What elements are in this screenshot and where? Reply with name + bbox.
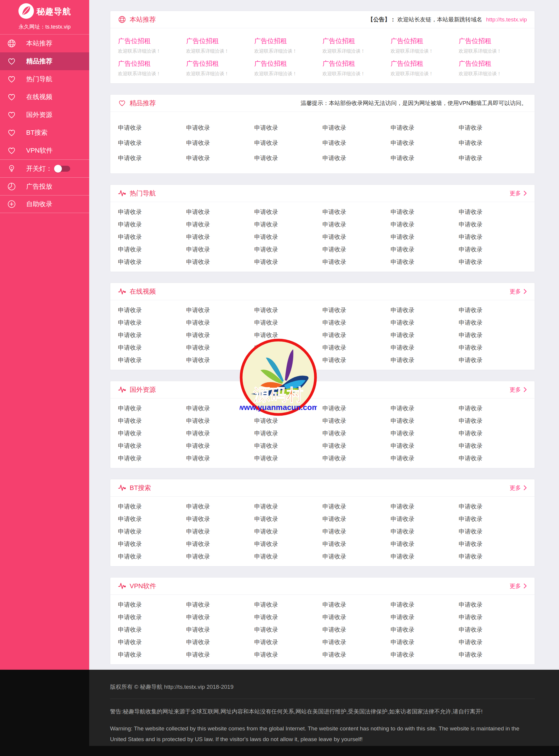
more-link[interactable]: 更多 [510, 190, 527, 197]
site-link[interactable]: 申请收录 [459, 611, 527, 623]
logo[interactable]: 秘趣导航 [0, 3, 89, 20]
site-link[interactable]: 申请收录 [118, 402, 186, 414]
site-link[interactable]: 申请收录 [391, 151, 459, 166]
site-link[interactable]: 申请收录 [322, 304, 391, 316]
more-link[interactable]: 更多 [510, 582, 527, 590]
site-link[interactable]: 申请收录 [322, 135, 391, 151]
site-link[interactable]: 申请收录 [186, 135, 254, 151]
site-link[interactable]: 申请收录 [391, 648, 459, 661]
site-link[interactable]: 申请收录 [186, 218, 254, 231]
site-link[interactable]: 申请收录 [118, 256, 186, 268]
site-link[interactable]: 申请收录 [254, 414, 322, 427]
site-link[interactable]: 申请收录 [459, 256, 527, 268]
sidebar-item-bt-search[interactable]: BT搜索 [0, 124, 89, 142]
sidebar-item-self-submit[interactable]: 自助收录 [0, 195, 89, 213]
site-link[interactable]: 申请收录 [254, 316, 322, 329]
site-link[interactable]: 申请收录 [459, 316, 527, 329]
site-link[interactable]: 申请收录 [459, 623, 527, 636]
ad-slot[interactable]: 广告位招租欢迎联系详细洽谈！ [118, 33, 186, 56]
site-link[interactable]: 申请收录 [186, 414, 254, 427]
site-link[interactable]: 申请收录 [186, 525, 254, 538]
site-link[interactable]: 申请收录 [322, 354, 391, 366]
site-link[interactable]: 申请收录 [391, 414, 459, 427]
site-link[interactable]: 申请收录 [322, 439, 391, 452]
ad-slot[interactable]: 广告位招租欢迎联系详细洽谈！ [322, 56, 391, 78]
site-link[interactable]: 申请收录 [254, 623, 322, 636]
site-link[interactable]: 申请收录 [118, 231, 186, 243]
site-link[interactable]: 申请收录 [459, 231, 527, 243]
site-link[interactable]: 申请收录 [186, 452, 254, 465]
ad-slot[interactable]: 广告位招租欢迎联系详细洽谈！ [459, 33, 527, 56]
site-link[interactable]: 申请收录 [186, 402, 254, 414]
site-link[interactable]: 申请收录 [118, 243, 186, 256]
site-link[interactable]: 申请收录 [186, 439, 254, 452]
site-link[interactable]: 申请收录 [118, 427, 186, 439]
site-link[interactable]: 申请收录 [459, 550, 527, 563]
sidebar-item-featured[interactable]: 精品推荐 [0, 52, 89, 70]
site-link[interactable]: 申请收录 [391, 316, 459, 329]
site-link[interactable]: 申请收录 [118, 550, 186, 563]
site-link[interactable]: 申请收录 [186, 206, 254, 218]
site-link[interactable]: 申请收录 [118, 316, 186, 329]
site-link[interactable]: 申请收录 [118, 341, 186, 354]
site-link[interactable]: 申请收录 [391, 623, 459, 636]
site-link[interactable]: 申请收录 [391, 329, 459, 341]
sidebar-item-hot-nav[interactable]: 热门导航 [0, 70, 89, 88]
site-link[interactable]: 申请收录 [322, 414, 391, 427]
site-link[interactable]: 申请收录 [391, 243, 459, 256]
site-link[interactable]: 申请收录 [322, 206, 391, 218]
sidebar-item-site-recommend[interactable]: 本站推荐 [0, 35, 89, 52]
site-link[interactable]: 申请收录 [459, 206, 527, 218]
site-link[interactable]: 申请收录 [391, 525, 459, 538]
more-link[interactable]: 更多 [510, 288, 527, 296]
site-link[interactable]: 申请收录 [186, 341, 254, 354]
site-link[interactable]: 申请收录 [186, 623, 254, 636]
site-link[interactable]: 申请收录 [118, 623, 186, 636]
site-link[interactable]: 申请收录 [186, 231, 254, 243]
site-link[interactable]: 申请收录 [391, 500, 459, 513]
site-link[interactable]: 申请收录 [322, 243, 391, 256]
announcement-link[interactable]: http://ts.testx.vip [486, 16, 527, 23]
site-link[interactable]: 申请收录 [391, 439, 459, 452]
site-link[interactable]: 申请收录 [118, 611, 186, 623]
site-link[interactable]: 申请收录 [186, 513, 254, 525]
site-link[interactable]: 申请收录 [459, 513, 527, 525]
light-switch-toggle[interactable] [55, 166, 70, 172]
site-link[interactable]: 申请收录 [186, 598, 254, 611]
site-link[interactable]: 申请收录 [118, 525, 186, 538]
site-link[interactable]: 申请收录 [254, 329, 322, 341]
site-link[interactable]: 申请收录 [459, 243, 527, 256]
site-link[interactable]: 申请收录 [186, 648, 254, 661]
site-link[interactable]: 申请收录 [186, 329, 254, 341]
site-link[interactable]: 申请收录 [254, 611, 322, 623]
site-link[interactable]: 申请收录 [459, 329, 527, 341]
site-link[interactable]: 申请收录 [322, 452, 391, 465]
site-link[interactable]: 申请收录 [118, 598, 186, 611]
site-link[interactable]: 申请收录 [254, 256, 322, 268]
site-link[interactable]: 申请收录 [254, 354, 322, 366]
site-link[interactable]: 申请收录 [391, 206, 459, 218]
site-link[interactable]: 申请收录 [322, 231, 391, 243]
site-link[interactable]: 申请收录 [254, 500, 322, 513]
site-link[interactable]: 申请收录 [391, 427, 459, 439]
site-link[interactable]: 申请收录 [186, 304, 254, 316]
site-link[interactable]: 申请收录 [322, 623, 391, 636]
site-link[interactable]: 申请收录 [254, 341, 322, 354]
more-link[interactable]: 更多 [510, 484, 527, 492]
site-link[interactable]: 申请收录 [118, 151, 186, 166]
site-link[interactable]: 申请收录 [391, 135, 459, 151]
sidebar-item-ad-serving[interactable]: 广告投放 [0, 177, 89, 195]
site-link[interactable]: 申请收录 [118, 500, 186, 513]
site-link[interactable]: 申请收录 [118, 135, 186, 151]
ad-slot[interactable]: 广告位招租欢迎联系详细洽谈！ [322, 33, 391, 56]
site-link[interactable]: 申请收录 [118, 439, 186, 452]
site-link[interactable]: 申请收录 [459, 414, 527, 427]
site-link[interactable]: 申请收录 [322, 500, 391, 513]
site-link[interactable]: 申请收录 [186, 151, 254, 166]
site-link[interactable]: 申请收录 [459, 304, 527, 316]
ad-slot[interactable]: 广告位招租欢迎联系详细洽谈！ [254, 56, 322, 78]
site-link[interactable]: 申请收录 [322, 120, 391, 135]
ad-slot[interactable]: 广告位招租欢迎联系详细洽谈！ [186, 33, 254, 56]
site-link[interactable]: 申请收录 [186, 354, 254, 366]
site-link[interactable]: 申请收录 [322, 256, 391, 268]
